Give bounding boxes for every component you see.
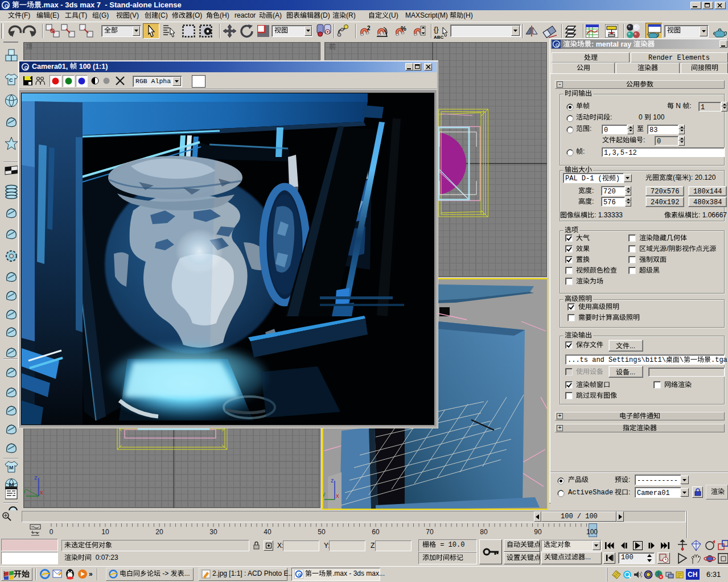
svg-text:.max - 3ds max...: .max - 3ds max...	[332, 569, 385, 577]
svg-text:720x576: 720x576	[651, 188, 679, 196]
svg-text:: 1.33333: : 1.33333	[594, 211, 623, 219]
svg-text:.max - 3ds max 7 - Stand-alon: .max - 3ds max 7 - Stand-alone License	[42, 1, 182, 9]
svg-text::: :	[689, 102, 691, 110]
svg-text:N: N	[674, 102, 682, 110]
svg-text:y: y	[323, 490, 326, 497]
svg-text:1,3,5-12: 1,3,5-12	[604, 149, 637, 157]
svg-text:480x384: 480x384	[693, 199, 722, 207]
svg-text::: :	[583, 147, 585, 155]
svg-text:0: 0	[639, 113, 644, 121]
svg-text::: :	[590, 125, 591, 133]
svg-text:(T): (T)	[79, 11, 87, 19]
svg-text:(: (	[673, 174, 675, 181]
svg-text:Render Elements: Render Elements	[648, 54, 710, 62]
svg-text:100: 100	[651, 113, 665, 121]
svg-text:240x192: 240x192	[651, 199, 679, 207]
svg-text:->: ->	[161, 569, 171, 577]
svg-text:...: ...	[630, 368, 635, 376]
svg-text:(V): (V)	[130, 11, 139, 19]
svg-text:(G): (G)	[99, 11, 109, 19]
svg-text:...ts and Settings\bit1\: ...ts and Settings\bit1\	[567, 356, 666, 364]
svg-text::: :	[610, 113, 612, 121]
svg-text:Camera01,: Camera01,	[32, 63, 70, 71]
svg-text:(E): (E)	[50, 11, 59, 19]
svg-text:----------: ----------	[637, 477, 678, 485]
svg-text:MAXScript(M): MAXScript(M)	[405, 11, 448, 19]
svg-text:...: ...	[184, 569, 190, 577]
svg-text:...: ...	[585, 553, 591, 561]
svg-text:0: 0	[657, 138, 661, 146]
svg-text::: :	[592, 197, 594, 205]
svg-text:.tga: .tga	[711, 356, 727, 364]
svg-text:83: 83	[649, 126, 657, 134]
svg-text:C: C	[9, 77, 13, 83]
svg-text:): )	[616, 175, 620, 183]
svg-text:(H): (H)	[220, 11, 229, 19]
svg-text:ABC: ABC	[434, 35, 444, 39]
svg-text:Camera01: Camera01	[637, 489, 670, 497]
svg-text:...: ...	[630, 342, 635, 350]
svg-text::: :	[592, 187, 594, 195]
svg-text:(H): (H)	[463, 11, 473, 19]
svg-text:): 20.120: ): 20.120	[689, 174, 716, 181]
svg-text:reactor: reactor	[235, 11, 256, 19]
svg-text:(D): (D)	[320, 11, 330, 19]
svg-text:2.jpg [1:1] : ACD Photo E...: 2.jpg [1:1] : ACD Photo E...	[212, 569, 294, 577]
svg-text:z: z	[331, 477, 334, 484]
svg-text:y: y	[23, 487, 26, 494]
svg-text:{}: {}	[434, 25, 439, 34]
svg-text::: :	[628, 476, 630, 484]
svg-text:100 / 100: 100 / 100	[561, 513, 598, 521]
svg-text:1: 1	[701, 104, 705, 112]
svg-text:x: x	[336, 492, 339, 499]
svg-text:(F): (F)	[22, 11, 30, 19]
svg-text:PAL D-1 (: PAL D-1 (	[565, 175, 602, 183]
svg-text:M: M	[9, 465, 14, 470]
svg-text:6:31: 6:31	[706, 570, 721, 579]
svg-text:RGB Alpha: RGB Alpha	[135, 77, 171, 85]
svg-text:ActiveShade: ActiveShade	[568, 489, 613, 497]
svg-text:(U): (U)	[389, 11, 398, 19]
svg-text:\: \	[680, 356, 684, 364]
svg-text:576: 576	[603, 199, 616, 207]
svg-text:/: /	[667, 245, 669, 253]
svg-text:%: %	[401, 25, 406, 32]
svg-text:(R): (R)	[346, 11, 356, 19]
svg-text:: mental ray: : mental ray	[591, 40, 634, 48]
svg-text:0:07:23: 0:07:23	[92, 554, 118, 562]
svg-text:100 (1:1): 100 (1:1)	[77, 63, 108, 71]
svg-text::: :	[643, 136, 645, 144]
svg-text:100: 100	[621, 554, 634, 562]
svg-text:180x144: 180x144	[693, 188, 722, 196]
svg-text:720: 720	[603, 188, 616, 196]
svg-text:z: z	[34, 474, 38, 481]
svg-text:= 10.0: = 10.0	[436, 541, 464, 549]
svg-text:2: 2	[367, 25, 371, 31]
svg-text:(O): (O)	[192, 11, 202, 19]
svg-text:(A): (A)	[273, 11, 282, 19]
svg-text:(C): (C)	[158, 11, 168, 19]
svg-text::: :	[628, 488, 630, 496]
svg-text:: 1.06667: : 1.06667	[698, 211, 727, 219]
svg-text:0: 0	[604, 126, 608, 134]
svg-text:x: x	[40, 489, 43, 496]
